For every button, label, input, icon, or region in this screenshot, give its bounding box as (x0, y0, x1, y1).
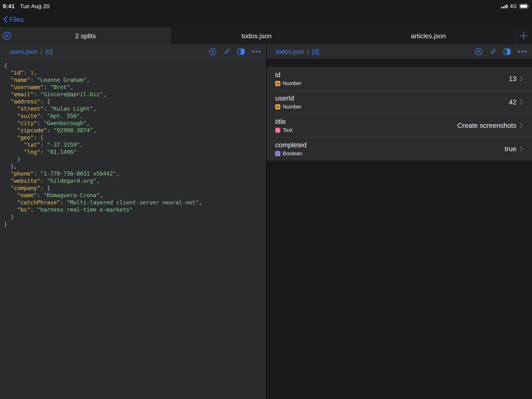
breadcrumb-index[interactable]: [0] (45, 48, 53, 55)
chevron-right-icon (520, 123, 523, 128)
chevron-right-icon (520, 146, 523, 152)
edit-pencil-button[interactable] (223, 48, 231, 55)
code-line: "address": { (4, 98, 266, 105)
tab-splits[interactable]: 2 splits (0, 27, 171, 45)
network-type-label: 4G (510, 3, 517, 9)
tab-label: 2 splits (75, 32, 96, 40)
code-line: "website": "hildegard.org", (4, 177, 266, 185)
breadcrumb-index[interactable]: [3] (312, 48, 319, 55)
field-key: title (275, 118, 292, 125)
code-line: "geo": { (4, 134, 266, 141)
breadcrumb: users.json [0] (9, 48, 52, 55)
type-number-badge-icon: 42 (275, 81, 280, 86)
tab-articles-json[interactable]: articles.json (342, 27, 515, 45)
back-label: Files (9, 16, 24, 23)
breadcrumb-file[interactable]: users.json (9, 48, 38, 55)
tab-label: todos.json (241, 32, 272, 40)
split-view-button[interactable] (503, 48, 511, 55)
right-pane: todos.json [3] (266, 45, 532, 399)
app-window: 9:41 Tue Aug 20 4G (0, 0, 532, 399)
code-line: "phone": "1-770-736-8031 x56442", (4, 170, 266, 177)
code-line: "street": "Kulas Light", (4, 105, 266, 112)
field-type: Text (283, 127, 292, 133)
code-line: "name": "Leanne Graham", (4, 76, 266, 84)
split-view-button[interactable] (237, 48, 245, 55)
code-line: "company": { (4, 185, 266, 192)
close-pane-button[interactable] (475, 48, 482, 55)
code-line: "username": "Bret", (4, 84, 266, 91)
code-line: "email": "Sincere@april.biz", (4, 91, 266, 98)
code-line: } (4, 156, 266, 163)
right-pane-header: todos.json [3] (266, 45, 532, 59)
field-value: Create screenshots (457, 122, 516, 129)
field-row[interactable]: completed✓Booleantrue (266, 137, 532, 161)
more-ellipsis-button[interactable] (518, 48, 527, 55)
breadcrumb-file[interactable]: todos.json (276, 48, 304, 55)
battery-icon (519, 4, 530, 9)
code-line: "bs": "harness real-time e-markets" (4, 206, 266, 213)
code-line: "suite": "Apt. 556", (4, 112, 266, 120)
chevron-left-icon (3, 16, 7, 23)
tab-bar: 2 splits todos.json articles.json (0, 27, 532, 45)
breadcrumb-chevron-icon (307, 49, 310, 54)
field-value: 13 (509, 75, 516, 83)
tab-todos-json[interactable]: todos.json (171, 27, 342, 45)
field-row[interactable]: id42Number13 (266, 67, 532, 90)
chevron-right-icon (520, 99, 523, 105)
more-ellipsis-button[interactable] (252, 48, 261, 55)
left-pane: users.json [0] (0, 45, 266, 399)
field-key: userId (275, 94, 301, 102)
code-line: "id": 1, (4, 69, 266, 76)
field-type: Boolean (283, 151, 302, 157)
nav-bar: Files (0, 12, 532, 27)
left-pane-actions (209, 48, 262, 55)
code-line: "lng": "81.1496" (4, 148, 266, 156)
field-type: Number (283, 104, 301, 110)
type-text-badge-icon: A (275, 128, 280, 133)
breadcrumb-chevron-icon (40, 49, 43, 54)
code-line: } (4, 220, 266, 228)
field-value: true (505, 145, 516, 153)
chevron-right-icon (520, 76, 523, 81)
field-row[interactable]: userId42Number42 (266, 90, 532, 114)
back-button[interactable]: Files (3, 16, 24, 23)
field-list: id42Number13userId42Number42titleATextCr… (266, 67, 532, 161)
type-number-badge-icon: 42 (275, 104, 280, 109)
right-pane-actions (475, 48, 528, 55)
add-tab-button[interactable] (515, 27, 532, 45)
code-line: }, (4, 163, 266, 170)
left-pane-header: users.json [0] (0, 45, 266, 59)
close-circle-icon[interactable] (3, 32, 11, 40)
status-bar: 9:41 Tue Aug 20 4G (0, 0, 532, 12)
field-row[interactable]: titleATextCreate screenshots (266, 114, 532, 137)
code-line: { (4, 62, 266, 69)
cellular-signal-icon (501, 4, 507, 8)
close-pane-button[interactable] (209, 48, 216, 55)
code-line: "zipcode": "92998-3874", (4, 127, 266, 134)
code-line: } (4, 213, 266, 220)
code-line: "name": "Romaguera-Crona", (4, 192, 266, 199)
field-key: id (275, 71, 301, 79)
type-boolean-badge-icon: ✓ (275, 151, 280, 156)
field-key: completed (275, 141, 306, 149)
breadcrumb: todos.json [3] (276, 48, 319, 55)
code-line: "lat": "-37.3159", (4, 141, 266, 148)
field-value: 42 (509, 98, 516, 106)
code-line: "catchPhrase": "Multi-layered client-ser… (4, 199, 266, 206)
json-code[interactable]: { "id": 1, "name": "Leanne Graham", "use… (0, 59, 266, 399)
right-pane-content: id42Number13userId42Number42titleATextCr… (266, 59, 532, 399)
status-time: 9:41 (3, 3, 15, 10)
code-line: "city": "Gwenborough", (4, 120, 266, 127)
field-type: Number (283, 80, 301, 86)
plus-icon (519, 31, 528, 40)
split-panes: users.json [0] (0, 45, 532, 399)
edit-pencil-button[interactable] (489, 48, 497, 55)
tab-label: articles.json (411, 32, 446, 40)
status-date: Tue Aug 20 (20, 3, 50, 10)
